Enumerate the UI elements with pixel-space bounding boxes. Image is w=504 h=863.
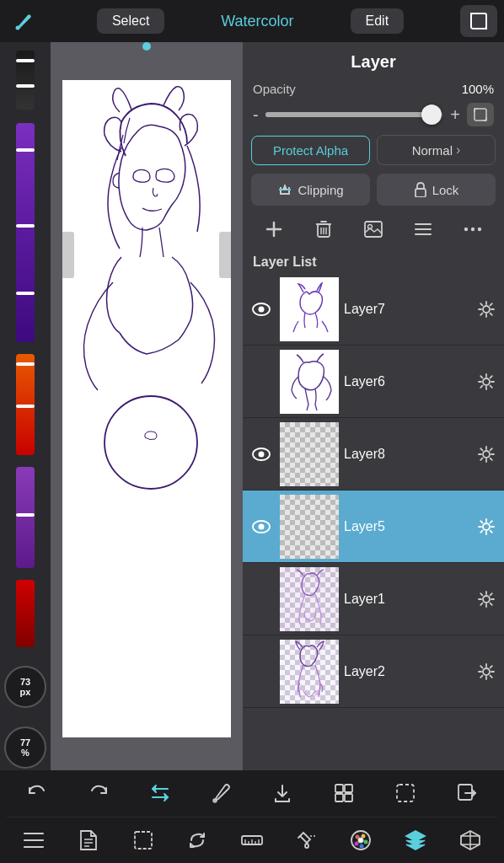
layer7-settings-btn[interactable] bbox=[474, 297, 499, 322]
scroll-handle-left[interactable] bbox=[62, 232, 74, 278]
layer7-visibility-btn[interactable] bbox=[248, 296, 275, 323]
opacity-row: Opacity 100% bbox=[243, 78, 504, 99]
color-bar-purple2[interactable] bbox=[16, 467, 35, 568]
opacity-expand-btn[interactable] bbox=[467, 103, 494, 126]
menu-button[interactable] bbox=[13, 820, 54, 860]
svg-point-67 bbox=[355, 841, 359, 845]
layer1-settings-btn[interactable] bbox=[474, 587, 499, 612]
layer5-visibility-btn[interactable] bbox=[248, 513, 275, 540]
layer8-name: Layer8 bbox=[344, 447, 469, 462]
color-bar-purple[interactable] bbox=[16, 123, 35, 342]
layer6-settings-btn[interactable] bbox=[474, 369, 499, 394]
download-button[interactable] bbox=[262, 773, 303, 813]
protect-alpha-button[interactable]: Protect Alpha bbox=[251, 136, 370, 165]
opacity-value: 77 bbox=[20, 737, 30, 748]
color-bar-orange[interactable] bbox=[16, 354, 35, 455]
document-button[interactable] bbox=[68, 820, 109, 860]
eyedropper-button[interactable] bbox=[201, 773, 242, 813]
layer6-thumb-svg bbox=[280, 350, 339, 414]
color-bar-red[interactable] bbox=[16, 580, 35, 647]
opacity-minus-btn[interactable]: - bbox=[253, 105, 259, 125]
scroll-handle-right[interactable] bbox=[219, 232, 231, 278]
svg-point-29 bbox=[259, 451, 265, 457]
layers-button[interactable] bbox=[395, 820, 436, 860]
opacity-indicator[interactable]: 77 % bbox=[4, 726, 46, 769]
layer-row[interactable]: Layer7 bbox=[243, 273, 504, 346]
black-slider-thumb bbox=[16, 59, 35, 62]
grid-button[interactable] bbox=[324, 773, 364, 813]
layer-row[interactable]: Layer2 bbox=[243, 635, 504, 708]
svg-point-36 bbox=[483, 596, 490, 603]
color-palette-button[interactable] bbox=[340, 820, 381, 860]
svg-point-65 bbox=[364, 839, 368, 844]
clipping-button[interactable]: Clipping bbox=[251, 174, 370, 206]
fill-bucket-icon bbox=[297, 829, 317, 851]
layer8-settings-btn[interactable] bbox=[474, 442, 499, 467]
brush-size-indicator[interactable]: 73 px bbox=[4, 666, 46, 708]
layer5-thumbnail bbox=[280, 495, 339, 559]
edit-button[interactable]: Edit bbox=[351, 8, 405, 34]
opacity-label: Opacity bbox=[253, 82, 296, 96]
layer2-thumb-svg bbox=[280, 640, 339, 704]
brush-icon-btn[interactable] bbox=[7, 4, 40, 38]
opacity-track[interactable] bbox=[265, 112, 444, 117]
add-layer-button[interactable] bbox=[256, 214, 292, 244]
chevron-right-icon: › bbox=[456, 142, 460, 158]
layer5-settings-btn[interactable] bbox=[474, 514, 499, 539]
layer1-thumb-svg bbox=[280, 567, 339, 631]
color-bar-black[interactable] bbox=[16, 51, 35, 110]
redo-button[interactable] bbox=[78, 773, 119, 813]
undo-button[interactable] bbox=[17, 773, 57, 813]
layer-list-btn[interactable] bbox=[405, 214, 441, 244]
eye-open-icon bbox=[252, 303, 271, 316]
export-icon bbox=[456, 782, 478, 804]
trash-icon bbox=[315, 220, 332, 239]
layer-list[interactable]: Layer7 bbox=[243, 273, 504, 775]
rotate-button[interactable] bbox=[177, 820, 217, 860]
svg-point-23 bbox=[259, 306, 265, 312]
plus-icon bbox=[265, 220, 283, 239]
ruler-button[interactable] bbox=[232, 820, 272, 860]
expand-button[interactable] bbox=[460, 5, 497, 37]
blend-mode-button[interactable]: Normal › bbox=[377, 135, 496, 165]
orange-slider-thumb bbox=[16, 362, 35, 366]
3d-cube-button[interactable] bbox=[450, 820, 491, 860]
svg-point-32 bbox=[259, 523, 265, 529]
delete-layer-button[interactable] bbox=[306, 214, 341, 244]
gear-icon bbox=[478, 301, 495, 318]
export-button[interactable] bbox=[447, 773, 487, 813]
opacity-plus-btn[interactable]: + bbox=[450, 105, 460, 125]
grid-icon bbox=[334, 783, 354, 803]
svg-rect-6 bbox=[416, 189, 426, 197]
canvas-area[interactable] bbox=[51, 42, 243, 775]
selection-rect-button[interactable] bbox=[123, 820, 164, 860]
gear-icon bbox=[478, 518, 495, 535]
more-icon bbox=[464, 226, 482, 233]
download-icon bbox=[272, 782, 292, 804]
lock-button[interactable]: Lock bbox=[377, 174, 496, 206]
layer-image-button[interactable] bbox=[356, 214, 391, 244]
layer-row[interactable]: Layer1 bbox=[243, 563, 504, 635]
layer2-settings-btn[interactable] bbox=[474, 659, 499, 684]
lock-label: Lock bbox=[432, 183, 459, 197]
svg-point-19 bbox=[464, 228, 468, 231]
layer-more-btn[interactable] bbox=[455, 214, 491, 244]
layer-row[interactable]: Layer8 bbox=[243, 418, 504, 490]
canvas-inner[interactable] bbox=[62, 80, 231, 737]
black-slider-thumb2 bbox=[16, 84, 35, 88]
layer-row-active[interactable]: Layer5 bbox=[243, 490, 504, 563]
opacity-thumb[interactable] bbox=[421, 105, 442, 125]
select-button[interactable]: Select bbox=[97, 8, 164, 34]
layer8-visibility-btn[interactable] bbox=[248, 441, 275, 468]
layer-row[interactable]: Layer6 bbox=[243, 346, 504, 418]
lasso-icon bbox=[394, 782, 416, 804]
fill-bucket-button[interactable] bbox=[287, 820, 327, 860]
transform-button[interactable] bbox=[140, 773, 180, 813]
svg-point-66 bbox=[360, 844, 364, 848]
lasso-button[interactable] bbox=[385, 773, 426, 813]
canvas-handle-dot[interactable] bbox=[142, 42, 151, 51]
purple-slider-thumb bbox=[16, 148, 35, 152]
menu-icon bbox=[23, 831, 45, 850]
bottom-row1 bbox=[0, 770, 504, 817]
layer1-thumbnail bbox=[280, 567, 339, 631]
